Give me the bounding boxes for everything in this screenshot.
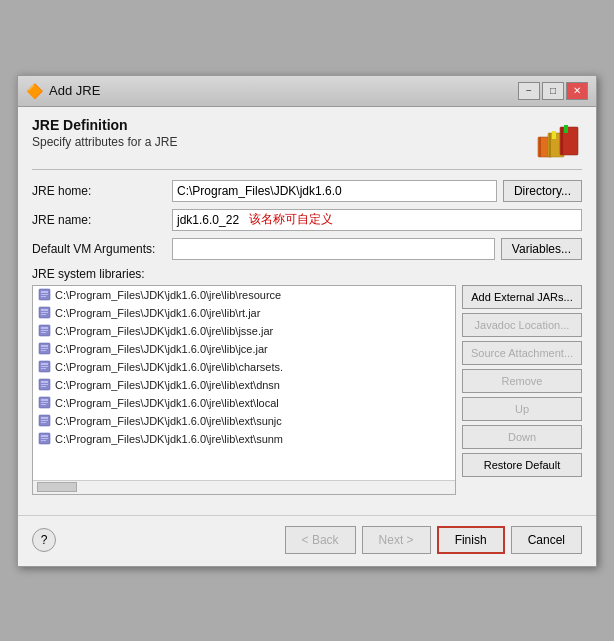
- cancel-button[interactable]: Cancel: [511, 526, 582, 554]
- section-subtitle: Specify attributes for a JRE: [32, 135, 177, 149]
- close-button[interactable]: ✕: [566, 82, 588, 100]
- variables-button[interactable]: Variables...: [501, 238, 582, 260]
- title-bar-left: 🔶 Add JRE: [26, 83, 100, 99]
- help-button[interactable]: ?: [32, 528, 56, 552]
- jar-icon: [37, 414, 51, 428]
- remove-button[interactable]: Remove: [462, 369, 582, 393]
- svg-rect-15: [41, 314, 46, 315]
- vm-args-input[interactable]: [172, 238, 495, 260]
- jar-icon: [37, 360, 51, 374]
- svg-rect-17: [41, 327, 48, 329]
- header-section: JRE Definition Specify attributes for a …: [32, 117, 582, 159]
- list-item[interactable]: C:\Program_Files\JDK\jdk1.6.0\jre\lib\ex…: [33, 376, 455, 394]
- up-button[interactable]: Up: [462, 397, 582, 421]
- svg-rect-37: [41, 417, 48, 419]
- list-item[interactable]: C:\Program_Files\JDK\jdk1.6.0\jre\lib\ch…: [33, 358, 455, 376]
- libraries-label: JRE system libraries:: [32, 267, 582, 281]
- lib-list-wrapper: C:\Program_Files\JDK\jdk1.6.0\jre\lib\re…: [32, 285, 456, 495]
- javadoc-location-button[interactable]: Javadoc Location...: [462, 313, 582, 337]
- section-title: JRE Definition: [32, 117, 177, 133]
- header-text: JRE Definition Specify attributes for a …: [32, 117, 177, 149]
- horizontal-scrollbar[interactable]: [33, 480, 455, 494]
- jar-icon: [37, 396, 51, 410]
- svg-rect-43: [41, 440, 46, 441]
- svg-rect-27: [41, 368, 46, 369]
- list-item[interactable]: C:\Program_Files\JDK\jdk1.6.0\jre\lib\js…: [33, 322, 455, 340]
- title-bar: 🔶 Add JRE − □ ✕: [18, 76, 596, 107]
- lib-path: C:\Program_Files\JDK\jdk1.6.0\jre\lib\ex…: [55, 379, 280, 391]
- svg-rect-42: [41, 438, 48, 439]
- list-item[interactable]: C:\Program_Files\JDK\jdk1.6.0\jre\lib\ex…: [33, 430, 455, 448]
- jre-name-value: jdk1.6.0_22: [177, 213, 239, 227]
- list-item[interactable]: C:\Program_Files\JDK\jdk1.6.0\jre\lib\jc…: [33, 340, 455, 358]
- svg-rect-39: [41, 422, 46, 423]
- maximize-button[interactable]: □: [542, 82, 564, 100]
- directory-button[interactable]: Directory...: [503, 180, 582, 202]
- list-item[interactable]: C:\Program_Files\JDK\jdk1.6.0\jre\lib\rt…: [33, 304, 455, 322]
- add-external-jars-button[interactable]: Add External JARs...: [462, 285, 582, 309]
- list-item[interactable]: C:\Program_Files\JDK\jdk1.6.0\jre\lib\ex…: [33, 412, 455, 430]
- svg-rect-13: [41, 309, 48, 311]
- down-button[interactable]: Down: [462, 425, 582, 449]
- svg-rect-14: [41, 312, 48, 313]
- lib-path: C:\Program_Files\JDK\jdk1.6.0\jre\lib\ex…: [55, 415, 282, 427]
- svg-rect-41: [41, 435, 48, 437]
- list-item[interactable]: C:\Program_Files\JDK\jdk1.6.0\jre\lib\ex…: [33, 394, 455, 412]
- svg-rect-5: [561, 127, 563, 155]
- svg-rect-1: [539, 137, 541, 157]
- svg-rect-22: [41, 348, 48, 349]
- jar-icon: [37, 288, 51, 302]
- header-divider: [32, 169, 582, 170]
- nav-bar: ? < Back Next > Finish Cancel: [18, 515, 596, 566]
- jre-home-label: JRE home:: [32, 184, 172, 198]
- lib-path: C:\Program_Files\JDK\jdk1.6.0\jre\lib\ch…: [55, 361, 283, 373]
- svg-rect-33: [41, 399, 48, 401]
- svg-rect-26: [41, 366, 48, 367]
- svg-rect-23: [41, 350, 46, 351]
- svg-rect-38: [41, 420, 48, 421]
- lib-path: C:\Program_Files\JDK\jdk1.6.0\jre\lib\re…: [55, 289, 281, 301]
- minimize-button[interactable]: −: [518, 82, 540, 100]
- list-item[interactable]: C:\Program_Files\JDK\jdk1.6.0\jre\lib\re…: [33, 286, 455, 304]
- lib-path: C:\Program_Files\JDK\jdk1.6.0\jre\lib\js…: [55, 325, 273, 337]
- jre-home-input[interactable]: [172, 180, 497, 202]
- lib-list[interactable]: C:\Program_Files\JDK\jdk1.6.0\jre\lib\re…: [33, 286, 455, 480]
- svg-rect-3: [549, 133, 551, 157]
- svg-rect-34: [41, 402, 48, 403]
- nav-left: ?: [32, 528, 56, 552]
- restore-default-button[interactable]: Restore Default: [462, 453, 582, 477]
- svg-rect-19: [41, 332, 46, 333]
- jar-icon: [37, 432, 51, 446]
- jre-name-field[interactable]: jdk1.6.0_22 该名称可自定义: [172, 209, 582, 231]
- vm-args-label: Default VM Arguments:: [32, 242, 172, 256]
- nav-right: < Back Next > Finish Cancel: [285, 526, 582, 554]
- dialog-content: JRE Definition Specify attributes for a …: [18, 107, 596, 505]
- jar-icon: [37, 378, 51, 392]
- lib-path: C:\Program_Files\JDK\jdk1.6.0\jre\lib\ex…: [55, 433, 283, 445]
- jre-name-label: JRE name:: [32, 213, 172, 227]
- vm-args-row: Default VM Arguments: Variables...: [32, 238, 582, 260]
- jre-home-row: JRE home: Directory...: [32, 180, 582, 202]
- svg-rect-21: [41, 345, 48, 347]
- books-icon: [534, 117, 582, 159]
- lib-buttons: Add External JARs... Javadoc Location...…: [462, 285, 582, 495]
- libraries-area: C:\Program_Files\JDK\jdk1.6.0\jre\lib\re…: [32, 285, 582, 495]
- window-title: Add JRE: [49, 83, 100, 98]
- source-attachment-button[interactable]: Source Attachment...: [462, 341, 582, 365]
- svg-rect-7: [564, 125, 568, 133]
- jre-name-hint: 该名称可自定义: [249, 211, 333, 228]
- lib-path: C:\Program_Files\JDK\jdk1.6.0\jre\lib\jc…: [55, 343, 268, 355]
- svg-rect-30: [41, 384, 48, 385]
- svg-rect-31: [41, 386, 46, 387]
- jar-icon: [37, 306, 51, 320]
- next-button[interactable]: Next >: [362, 526, 431, 554]
- back-button[interactable]: < Back: [285, 526, 356, 554]
- title-bar-controls: − □ ✕: [518, 82, 588, 100]
- jar-icon: [37, 324, 51, 338]
- svg-rect-9: [41, 291, 48, 293]
- finish-button[interactable]: Finish: [437, 526, 505, 554]
- add-jre-dialog: 🔶 Add JRE − □ ✕ JRE Definition Specify a…: [17, 75, 597, 567]
- svg-rect-29: [41, 381, 48, 383]
- app-icon: 🔶: [26, 83, 43, 99]
- lib-path: C:\Program_Files\JDK\jdk1.6.0\jre\lib\rt…: [55, 307, 260, 319]
